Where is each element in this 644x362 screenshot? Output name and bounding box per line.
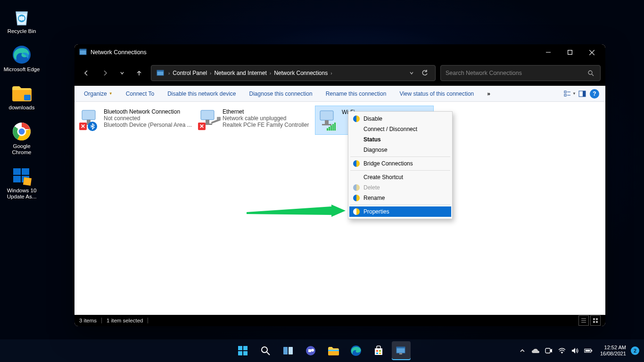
tb-connect-to[interactable]: Connect To [121,89,159,99]
svg-rect-7 [22,168,29,175]
tray-overflow-button[interactable] [518,346,527,355]
shield-icon [353,208,360,215]
search-button[interactable] [256,341,275,360]
ctx-properties[interactable]: Properties [349,206,451,217]
svg-rect-44 [596,321,598,323]
start-button[interactable] [233,341,252,360]
svg-rect-51 [283,347,288,354]
svg-rect-60 [379,350,381,352]
ctx-status[interactable]: Status [349,134,451,145]
volume-icon[interactable] [571,346,579,355]
connection-name: Ethernet [223,108,309,115]
maximize-button[interactable] [559,44,581,60]
ctx-delete: Delete [349,182,451,193]
svg-rect-2 [24,95,31,100]
command-bar: Organize▼ Connect To Disable this networ… [74,86,605,102]
address-dropdown-button[interactable] [405,65,418,81]
ctx-rename[interactable]: Rename [349,193,451,203]
organize-menu[interactable]: Organize▼ [79,89,117,99]
desktop-update-assistant[interactable]: Windows 10 Update As... [3,165,41,200]
status-selected-count: 1 item selected [107,318,143,323]
svg-rect-56 [328,350,339,351]
svg-rect-43 [593,321,595,323]
view-options-button[interactable]: ▼ [564,88,576,100]
tb-disable-device[interactable]: Disable this network device [163,89,240,99]
svg-rect-59 [376,350,378,352]
svg-rect-14 [568,50,572,55]
clock[interactable]: 12:52 AM 16/08/2021 [600,345,626,357]
svg-rect-30 [201,110,214,120]
taskbar: 12:52 AM 16/08/2021 2 [0,339,644,362]
update-assistant-icon [11,165,33,187]
notification-badge[interactable]: 2 [631,346,639,355]
refresh-button[interactable] [418,65,431,81]
ctx-separator [350,205,450,205]
svg-rect-27 [82,110,95,120]
titlebar[interactable]: Network Connections [74,44,605,60]
large-icons-view-button[interactable] [590,315,601,326]
task-view-button[interactable] [279,341,297,360]
help-button[interactable]: ? [588,88,601,100]
ctx-connect-disconnect[interactable]: Connect / Disconnect [349,124,451,134]
onedrive-icon[interactable] [531,346,540,355]
svg-rect-52 [289,347,293,354]
minimize-button[interactable] [537,44,559,60]
breadcrumb-network-internet[interactable]: Network and Internet [212,68,268,78]
context-menu: Disable Connect / Disconnect Status Diag… [348,111,453,219]
tb-rename[interactable]: Rename this connection [321,89,391,99]
connection-bluetooth[interactable]: ✕ Bluetooth Network Connection Not conne… [77,106,196,135]
svg-line-50 [267,352,270,355]
chat-button[interactable] [301,341,320,360]
address-bar[interactable]: › Control Panel › Network and Internet ›… [151,65,436,81]
desktop-icon-label: Microsoft Edge [4,66,40,73]
forward-button[interactable] [98,65,112,81]
svg-point-67 [561,353,562,354]
preview-pane-button[interactable] [576,88,588,100]
tb-view-status[interactable]: View status of this connection [395,89,479,99]
file-explorer-button[interactable] [324,341,343,360]
breadcrumb-control-panel[interactable]: Control Panel [171,68,209,78]
connection-ethernet[interactable]: ✕ Ethernet Network cable unplugged Realt… [196,106,315,135]
connection-name: Bluetooth Network Connection [104,108,192,115]
svg-rect-10 [23,177,32,186]
annotation-arrow [247,205,346,217]
ctx-create-shortcut[interactable]: Create Shortcut [349,172,451,182]
edge-taskbar-button[interactable] [347,341,365,360]
svg-rect-58 [375,348,382,355]
connection-status: Not connected [104,115,192,122]
breadcrumb-network-connections[interactable]: Network Connections [272,68,330,78]
desktop-edge[interactable]: Microsoft Edge [3,44,41,73]
desktop-recycle-bin[interactable]: Recycle Bin [3,6,41,34]
back-button[interactable] [79,65,93,81]
wifi-tray-icon[interactable] [558,346,566,355]
search-input[interactable] [446,70,586,76]
content-area[interactable]: ✕ Bluetooth Network Connection Not conne… [74,102,605,315]
tray-time: 12:52 AM [600,345,626,351]
ctx-disable[interactable]: Disable [349,114,451,124]
tb-overflow[interactable]: » [482,89,495,99]
desktop-downloads[interactable]: downloads [3,82,41,111]
svg-rect-61 [376,353,378,354]
connection-status: Network cable unplugged [223,115,309,122]
shield-icon [353,184,360,191]
svg-rect-34 [320,111,333,120]
history-dropdown-button[interactable] [117,65,127,81]
svg-rect-65 [399,353,402,354]
search-box[interactable] [440,65,601,81]
svg-rect-31 [206,120,209,123]
up-button[interactable] [132,65,146,81]
desktop-chrome[interactable]: Google Chrome [3,121,41,156]
close-button[interactable] [581,44,603,60]
ethernet-connection-icon: ✕ [198,108,221,131]
svg-point-19 [588,71,592,74]
battery-icon[interactable] [584,346,593,355]
details-view-button[interactable] [578,315,589,326]
search-button[interactable] [586,70,595,76]
store-button[interactable] [369,341,388,360]
network-connections-taskbar-button[interactable] [392,341,411,360]
ctx-bridge[interactable]: Bridge Connections [349,158,451,169]
ctx-diagnose[interactable]: Diagnose [349,145,451,155]
tb-diagnose[interactable]: Diagnose this connection [245,89,317,99]
chevron-icon: › [330,71,333,76]
meet-now-icon[interactable] [545,346,553,355]
